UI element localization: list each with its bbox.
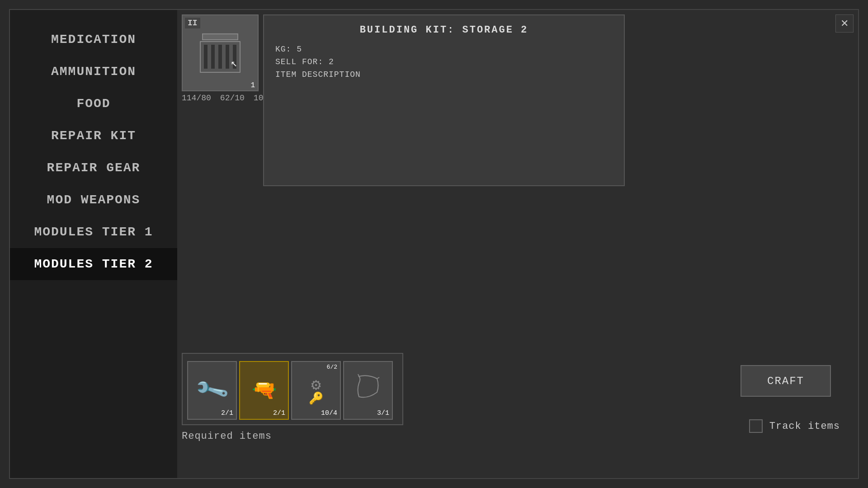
close-button[interactable]: ✕ (835, 14, 854, 33)
required-item-4[interactable]: 3/1 (343, 361, 393, 420)
sidebar-item-modules-tier-2[interactable]: Modules Tier 2 (10, 248, 177, 280)
track-items-checkbox[interactable] (749, 419, 763, 433)
sidebar-item-repair-kit[interactable]: Repair kit (10, 120, 177, 152)
item-description: ITEM DESCRIPTION (275, 70, 613, 79)
sidebar-item-repair-gear[interactable]: Repair gear (10, 152, 177, 184)
item-count: 1 (250, 81, 255, 89)
sidebar-item-food[interactable]: Food (10, 88, 177, 120)
close-icon: ✕ (840, 18, 849, 29)
required-item-3[interactable]: ⚙ 🔑 6/2 10/4 (291, 361, 341, 420)
sidebar-item-modules-tier-1[interactable]: Modules Tier 1 (10, 216, 177, 248)
required-items-grid: 🔧 2/1 🔫 2/1 ⚙ 🔑 6/2 10/4 (182, 353, 403, 425)
item-title: BUILDING KIT: STORAGE 2 (275, 24, 613, 36)
required-item-2[interactable]: 🔫 2/1 (239, 361, 289, 420)
item-icon-area: II ↖ 1 (182, 14, 272, 105)
cable-icon (354, 372, 382, 409)
cursor-icon: ↖ (231, 56, 237, 70)
wrench-icon: 🔧 (193, 371, 231, 409)
req-item-3-count: 10/4 (321, 409, 337, 417)
sidebar-item-mod-weapons[interactable]: Mod Weapons (10, 184, 177, 216)
item-info-panel: BUILDING KIT: STORAGE 2 KG: 5 SELL FOR: … (263, 14, 625, 186)
svg-line-1 (377, 377, 379, 379)
item-sell-for: SELL FOR: 2 (275, 57, 613, 66)
req-item-2-count: 2/1 (273, 409, 285, 417)
weight-stat: 114/80 (182, 94, 211, 103)
required-item-1[interactable]: 🔧 2/1 (187, 361, 237, 420)
craft-button[interactable]: Craft (741, 365, 831, 397)
stat2: 62/10 (220, 94, 245, 103)
req-item-4-count: 3/1 (377, 409, 389, 417)
sidebar: Medication Ammunition Food Repair kit Re… (10, 10, 177, 478)
track-items-area[interactable]: Track items (749, 419, 840, 433)
track-items-label: Track items (769, 421, 840, 432)
main-window: ✕ Medication Ammunition Food Repair kit … (9, 9, 859, 479)
drill-icon: 🔫 (252, 378, 277, 403)
storage-box-icon: ↖ (200, 33, 241, 73)
required-items-label: Required items (182, 431, 408, 442)
sidebar-item-ammunition[interactable]: Ammunition (10, 56, 177, 88)
required-items-area: 🔧 2/1 🔫 2/1 ⚙ 🔑 6/2 10/4 (182, 353, 408, 442)
item-tier-badge: II (185, 18, 200, 28)
req-item-3-count-top: 6/2 (327, 364, 337, 371)
main-content-area: II ↖ 1 (177, 10, 858, 478)
tool-icon: 🔑 (309, 391, 323, 406)
sidebar-item-medication[interactable]: Medication (10, 23, 177, 56)
svg-line-0 (358, 374, 359, 376)
item-kg: KG: 5 (275, 45, 613, 54)
item-icon-container[interactable]: II ↖ 1 (182, 14, 259, 91)
req-item-1-count: 2/1 (221, 409, 233, 417)
